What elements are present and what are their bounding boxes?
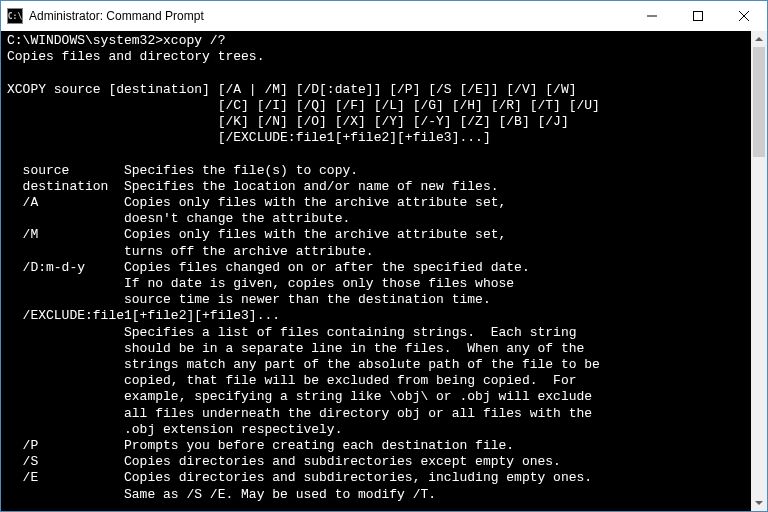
param-line: .obj extension respectively.: [7, 422, 342, 437]
scrollbar-thumb[interactable]: [753, 47, 765, 157]
vertical-scrollbar[interactable]: [751, 31, 767, 511]
param-line: /EXCLUDE:file1[+file2][+file3]...: [7, 308, 280, 323]
param-line: all files underneath the directory obj o…: [7, 406, 592, 421]
command-prompt-window: C:\ Administrator: Command Prompt C:\WIN…: [0, 0, 768, 512]
cmd-icon: C:\: [7, 8, 23, 24]
svg-marker-5: [755, 501, 763, 505]
param-line: Same as /S /E. May be used to modify /T.: [7, 487, 436, 502]
param-line: source Specifies the file(s) to copy.: [7, 163, 358, 178]
syntax-line: [/K] [/N] [/O] [/X] [/Y] [/-Y] [/Z] [/B]…: [7, 114, 569, 129]
syntax-line: XCOPY source [destination] [/A | /M] [/D…: [7, 82, 577, 97]
prompt-line: C:\WINDOWS\system32>xcopy /?: [7, 33, 225, 48]
syntax-line: [/EXCLUDE:file1[+file2][+file3]...]: [7, 130, 491, 145]
param-line: /S Copies directories and subdirectories…: [7, 454, 561, 469]
param-line: /D:m-d-y Copies files changed on or afte…: [7, 260, 530, 275]
param-line: /M Copies only files with the archive at…: [7, 227, 506, 242]
syntax-line: [/C] [/I] [/Q] [/F] [/L] [/G] [/H] [/R] …: [7, 98, 600, 113]
param-line: strings match any part of the absolute p…: [7, 357, 600, 372]
param-line: copied, that file will be excluded from …: [7, 373, 577, 388]
window-title: Administrator: Command Prompt: [29, 9, 629, 23]
param-line: Specifies a list of files containing str…: [7, 325, 577, 340]
scroll-up-arrow-icon[interactable]: [751, 31, 767, 47]
param-line: source time is newer than the destinatio…: [7, 292, 491, 307]
scroll-down-arrow-icon[interactable]: [751, 495, 767, 511]
param-line: example, specifying a string like \obj\ …: [7, 389, 592, 404]
minimize-button[interactable]: [629, 1, 675, 31]
titlebar[interactable]: C:\ Administrator: Command Prompt: [1, 1, 767, 31]
close-button[interactable]: [721, 1, 767, 31]
svg-marker-4: [755, 37, 763, 41]
param-line: /E Copies directories and subdirectories…: [7, 470, 592, 485]
param-line: /A Copies only files with the archive at…: [7, 195, 506, 210]
scrollbar-track[interactable]: [751, 47, 767, 495]
maximize-button[interactable]: [675, 1, 721, 31]
content-area: C:\WINDOWS\system32>xcopy /? Copies file…: [1, 31, 767, 511]
description-line: Copies files and directory trees.: [7, 49, 264, 64]
param-line: /P Prompts you before creating each dest…: [7, 438, 514, 453]
terminal-output[interactable]: C:\WINDOWS\system32>xcopy /? Copies file…: [1, 31, 751, 511]
param-line: doesn't change the attribute.: [7, 211, 350, 226]
svg-rect-1: [694, 12, 703, 21]
param-line: should be in a separate line in the file…: [7, 341, 584, 356]
param-line: destination Specifies the location and/o…: [7, 179, 498, 194]
window-controls: [629, 1, 767, 31]
param-line: If no date is given, copies only those f…: [7, 276, 514, 291]
param-line: turns off the archive attribute.: [7, 244, 374, 259]
